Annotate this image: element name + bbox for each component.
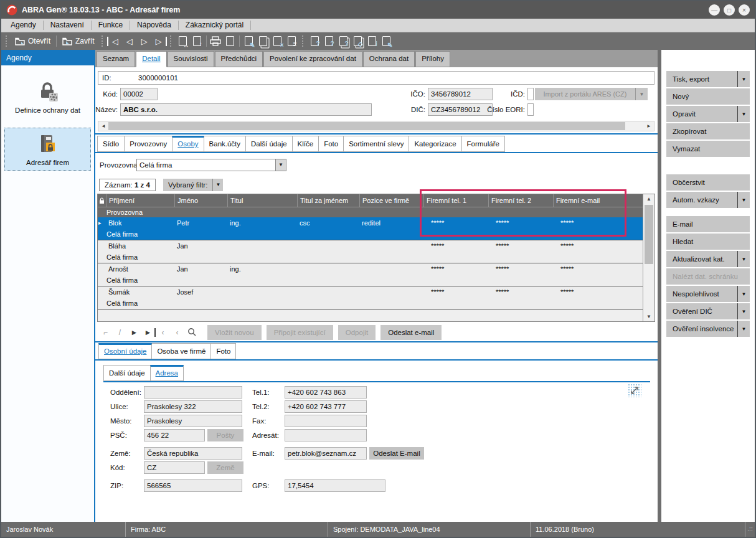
mesto-input[interactable]: Praskolesy — [144, 415, 242, 427]
ulice-input[interactable]: Praskolesy 322 — [144, 400, 242, 413]
chevron-down-icon[interactable]: ▼ — [275, 159, 286, 171]
pripojit-existujici-button[interactable]: Připojit existující — [267, 325, 333, 340]
prev-page-icon[interactable]: ‹ — [170, 328, 184, 337]
column-header[interactable]: Pozice ve firmě — [359, 194, 423, 207]
overeni-insolvence-button[interactable]: Ověření insolvence▼ — [666, 321, 750, 337]
overeni-dic-button[interactable]: Ověření DIČ▼ — [666, 303, 750, 319]
next-record-icon[interactable]: ▷ — [137, 37, 152, 46]
print-icon[interactable] — [209, 35, 222, 48]
oddeleni-input[interactable] — [144, 386, 242, 399]
last-record-icon[interactable]: ► — [141, 328, 156, 337]
vlozit-novou-button[interactable]: Vložit novou — [207, 325, 262, 340]
menu-funkce[interactable]: Funkce — [92, 21, 130, 30]
next-record-icon[interactable]: ► — [127, 328, 141, 337]
tab-foto-person[interactable]: Foto — [210, 343, 236, 359]
tab-sidlo[interactable]: Sídlo — [97, 136, 125, 152]
tab-foto[interactable]: Foto — [318, 136, 344, 152]
posty-button[interactable]: Pošty — [207, 429, 243, 441]
refresh-window-icon[interactable]: ↑ — [191, 35, 204, 48]
open-button[interactable]: Otevřít — [11, 34, 54, 49]
first-modified-icon[interactable]: ⌐ — [98, 328, 113, 337]
table-row[interactable]: Bláha Jan ***** ***** ***** Celá firma — [98, 240, 643, 263]
help-bubble-icon[interactable]: ? — [323, 35, 336, 48]
first-record-icon[interactable]: ◁ — [107, 37, 122, 46]
email-input[interactable]: petr.blok@seznam.cz — [285, 447, 367, 460]
related-docs-icon[interactable]: ◇ — [351, 35, 364, 48]
menu-napoveda[interactable]: Nápověda — [130, 21, 179, 30]
tab-dalsi-udaje-person[interactable]: Další údaje — [103, 365, 151, 381]
hledat-button[interactable]: Hledat — [666, 234, 750, 250]
close-agenda-button[interactable]: Zavřít — [59, 34, 98, 49]
last-record-icon[interactable]: ▷ — [152, 37, 167, 46]
chevron-down-icon[interactable]: ▼ — [737, 106, 750, 122]
vertical-scrollbar[interactable]: ▲ ▼ — [643, 194, 654, 321]
tab-predchudci[interactable]: Předchůdci — [215, 51, 263, 67]
icd-input[interactable] — [527, 88, 534, 100]
tisk-export-button[interactable]: Tisk, export▼ — [666, 71, 750, 87]
sidebar-item-adresar-firem[interactable]: Adresář firem — [4, 128, 91, 171]
table-row[interactable]: Arnošt Jan ing. ***** ***** ***** Celá f… — [98, 263, 643, 286]
help-document-icon[interactable]: ? — [308, 35, 321, 48]
chevron-down-icon[interactable]: ▼ — [737, 251, 750, 267]
menu-nastaveni[interactable]: Nastavení — [44, 21, 92, 30]
fax-input[interactable] — [285, 415, 367, 427]
kod-zeme-input[interactable]: CZ — [144, 461, 205, 474]
tab-osoba-ve-firme[interactable]: Osoba ve firmě — [151, 343, 211, 359]
odeslat-email-form-button[interactable]: Odeslat E-mail — [369, 447, 424, 460]
column-header[interactable]: Jméno — [174, 194, 227, 207]
scrollbar-thumb[interactable] — [108, 122, 625, 130]
tab-osoby[interactable]: Osoby — [172, 136, 204, 152]
tab-bank-ucty[interactable]: Bank.účty — [204, 136, 247, 152]
zeme-input[interactable]: Česká republika — [144, 447, 242, 460]
search-icon[interactable] — [184, 328, 199, 338]
tab-kategorizace[interactable]: Kategorizace — [409, 136, 461, 152]
tab-formulare[interactable]: Formuláře — [461, 136, 505, 152]
scroll-up-icon[interactable]: ▲ — [643, 194, 654, 204]
tab-souvislosti[interactable]: Souvislosti — [168, 51, 214, 67]
column-header[interactable]: Firemní tel. 1 — [423, 194, 488, 207]
column-header[interactable]: Firemní tel. 2 — [488, 194, 553, 207]
chevron-down-icon[interactable]: ▼ — [737, 303, 750, 319]
opravit-button[interactable]: Opravit▼ — [666, 106, 750, 122]
tab-povoleni[interactable]: Povolení ke zpracování dat — [263, 51, 362, 67]
lock-icon[interactable] — [98, 194, 106, 207]
column-header[interactable]: Příjmení — [106, 194, 174, 207]
menu-zakaznicky-portal[interactable]: Zákaznický portál — [179, 21, 251, 30]
chevron-down-icon[interactable]: ▼ — [737, 192, 750, 208]
move-to-window-icon[interactable]: ↔ — [176, 35, 189, 48]
prev-modified-icon[interactable]: / — [113, 328, 127, 337]
tel2-input[interactable]: +420 602 743 777 — [285, 400, 367, 413]
maximize-icon[interactable]: □ — [724, 4, 735, 16]
minimize-icon[interactable]: — — [709, 4, 720, 16]
tel1-input[interactable]: +420 602 743 863 — [285, 386, 367, 399]
menu-agendy[interactable]: Agendy — [4, 21, 44, 30]
scroll-down-icon[interactable]: ▼ — [643, 312, 654, 321]
zeme-button[interactable]: Země — [207, 461, 243, 474]
autom-vzkazy-button[interactable]: Autom. vzkazy▼ — [666, 192, 750, 208]
tab-detail[interactable]: Detail — [136, 51, 166, 67]
zip-input[interactable]: 566565 — [144, 479, 242, 492]
resize-grip[interactable]: .:: — [745, 522, 755, 537]
adresat-input[interactable] — [285, 429, 367, 441]
obcerstvit-button[interactable]: Občerstvit — [666, 174, 750, 191]
chevron-down-icon[interactable]: ▼ — [737, 71, 750, 87]
copy-document-icon[interactable] — [257, 35, 270, 48]
chevron-down-icon[interactable]: ▼ — [212, 179, 223, 191]
vymazat-button[interactable]: Vymazat — [666, 141, 750, 157]
prev-page-icon[interactable]: ‹ — [156, 328, 170, 337]
nespolehlivost-button[interactable]: Nespolehlivost▼ — [666, 286, 750, 302]
column-header[interactable]: Titul — [227, 194, 297, 207]
info-icon[interactable]: i — [366, 35, 379, 48]
nalezt-dat-schranku-button[interactable]: Nalézt dat. schránku — [666, 268, 750, 285]
scrollbar-thumb[interactable] — [645, 205, 653, 264]
tab-ochrana-dat[interactable]: Ochrana dat — [363, 51, 415, 67]
scroll-right-icon[interactable]: ► — [644, 121, 654, 131]
column-header[interactable]: Firemní e-mail — [553, 194, 643, 207]
email-button[interactable]: E-mail — [666, 216, 750, 232]
gps-input[interactable]: 17,5454 — [285, 479, 385, 492]
notes-edit-icon[interactable]: ✎ — [380, 35, 393, 48]
provozovna-select[interactable]: Celá firma ▼ — [136, 159, 286, 171]
zkopirovat-button[interactable]: Zkopírovat — [666, 123, 750, 139]
table-row[interactable]: Šumák Josef ***** ***** ***** Celá firma — [98, 286, 643, 309]
tab-osobni-udaje[interactable]: Osobní údaje — [98, 343, 152, 359]
